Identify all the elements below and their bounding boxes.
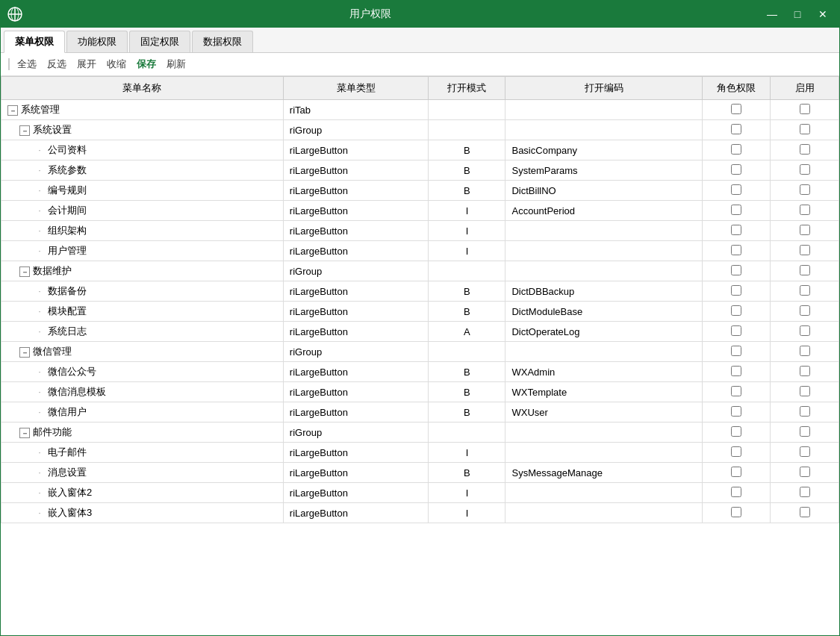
role-checkbox-3[interactable] (731, 164, 741, 175)
cell-role-6[interactable] (702, 221, 771, 241)
refresh-button[interactable]: 刷新 (162, 56, 190, 72)
cell-role-13[interactable] (702, 362, 771, 382)
role-checkbox-13[interactable] (731, 366, 741, 376)
role-checkbox-15[interactable] (731, 406, 741, 417)
enable-checkbox-19[interactable] (800, 487, 810, 497)
cell-enable-20[interactable] (771, 503, 839, 523)
cell-role-20[interactable] (702, 503, 771, 523)
role-checkbox-1[interactable] (731, 124, 741, 134)
cell-role-12[interactable] (702, 342, 771, 362)
role-checkbox-12[interactable] (731, 346, 741, 356)
enable-checkbox-14[interactable] (800, 386, 810, 396)
enable-checkbox-6[interactable] (800, 225, 810, 235)
cell-enable-13[interactable] (771, 362, 839, 382)
cell-enable-5[interactable] (771, 201, 839, 221)
cell-role-17[interactable] (702, 443, 771, 463)
cell-enable-3[interactable] (771, 160, 839, 181)
cell-enable-2[interactable] (771, 140, 839, 160)
role-checkbox-16[interactable] (731, 426, 741, 437)
cell-enable-10[interactable] (771, 302, 839, 322)
role-checkbox-17[interactable] (731, 446, 741, 457)
cell-role-19[interactable] (702, 483, 771, 503)
tree-toggle[interactable]: － (19, 125, 30, 136)
tree-toggle[interactable]: － (19, 266, 30, 277)
cell-enable-14[interactable] (771, 382, 839, 402)
enable-checkbox-15[interactable] (800, 406, 810, 417)
cell-enable-1[interactable] (771, 120, 839, 140)
save-button[interactable]: 保存 (132, 56, 161, 72)
role-checkbox-0[interactable] (731, 104, 741, 114)
cell-enable-17[interactable] (771, 443, 839, 463)
enable-checkbox-0[interactable] (800, 104, 810, 114)
cell-role-5[interactable] (702, 201, 771, 221)
expand-button[interactable]: 展开 (72, 56, 101, 72)
role-checkbox-2[interactable] (731, 144, 741, 155)
enable-checkbox-16[interactable] (800, 426, 810, 437)
role-checkbox-7[interactable] (731, 245, 741, 255)
role-checkbox-6[interactable] (731, 225, 741, 235)
role-checkbox-10[interactable] (731, 305, 741, 316)
tree-toggle[interactable]: － (19, 428, 30, 438)
maximize-button[interactable]: □ (787, 6, 808, 22)
cell-role-18[interactable] (702, 463, 771, 483)
role-checkbox-9[interactable] (731, 285, 741, 296)
cell-role-10[interactable] (702, 302, 771, 322)
role-checkbox-14[interactable] (731, 386, 741, 396)
enable-checkbox-9[interactable] (800, 285, 810, 296)
enable-checkbox-8[interactable] (800, 265, 810, 275)
collapse-button[interactable]: 收缩 (102, 56, 131, 72)
enable-checkbox-10[interactable] (800, 305, 810, 316)
enable-checkbox-7[interactable] (800, 245, 810, 255)
cell-role-1[interactable] (702, 120, 771, 140)
cell-enable-15[interactable] (771, 402, 839, 423)
tab-fixed[interactable]: 固定权限 (129, 31, 190, 52)
cell-enable-6[interactable] (771, 221, 839, 241)
enable-checkbox-17[interactable] (800, 446, 810, 457)
role-checkbox-20[interactable] (731, 507, 741, 517)
cell-role-11[interactable] (702, 322, 771, 342)
cell-role-2[interactable] (702, 140, 771, 160)
cell-role-8[interactable] (702, 261, 771, 281)
role-checkbox-11[interactable] (731, 325, 741, 336)
minimize-button[interactable]: — (762, 6, 783, 22)
cell-role-4[interactable] (702, 181, 771, 201)
select-all-button[interactable]: 全选 (13, 56, 41, 72)
cell-enable-19[interactable] (771, 483, 839, 503)
cell-role-0[interactable] (702, 100, 771, 120)
deselect-button[interactable]: 反选 (43, 56, 71, 72)
enable-checkbox-3[interactable] (800, 164, 810, 175)
role-checkbox-19[interactable] (731, 487, 741, 497)
enable-checkbox-20[interactable] (800, 507, 810, 517)
cell-enable-12[interactable] (771, 342, 839, 362)
cell-role-7[interactable] (702, 241, 771, 261)
tab-menu[interactable]: 菜单权限 (4, 31, 65, 53)
enable-checkbox-4[interactable] (800, 184, 810, 195)
cell-enable-18[interactable] (771, 463, 839, 483)
tab-data[interactable]: 数据权限 (192, 31, 253, 52)
role-checkbox-8[interactable] (731, 265, 741, 275)
enable-checkbox-12[interactable] (800, 346, 810, 356)
cell-role-9[interactable] (702, 281, 771, 302)
enable-checkbox-11[interactable] (800, 325, 810, 336)
cell-enable-7[interactable] (771, 241, 839, 261)
role-checkbox-4[interactable] (731, 184, 741, 195)
enable-checkbox-1[interactable] (800, 124, 810, 134)
cell-enable-4[interactable] (771, 181, 839, 201)
enable-checkbox-2[interactable] (800, 144, 810, 155)
tree-toggle[interactable]: － (7, 105, 18, 116)
role-checkbox-18[interactable] (731, 467, 741, 477)
cell-enable-11[interactable] (771, 322, 839, 342)
cell-enable-8[interactable] (771, 261, 839, 281)
table-container[interactable]: 菜单名称 菜单类型 打开模式 打开编码 角色权限 启用 －系统管理riTab－系… (1, 76, 839, 635)
cell-enable-16[interactable] (771, 423, 839, 443)
cell-role-3[interactable] (702, 160, 771, 181)
tree-toggle[interactable]: － (19, 347, 30, 358)
role-checkbox-5[interactable] (731, 205, 741, 215)
cell-role-14[interactable] (702, 382, 771, 402)
enable-checkbox-5[interactable] (800, 205, 810, 215)
cell-role-16[interactable] (702, 423, 771, 443)
enable-checkbox-18[interactable] (800, 467, 810, 477)
tab-func[interactable]: 功能权限 (66, 31, 128, 52)
close-button[interactable]: ✕ (812, 6, 833, 22)
cell-enable-9[interactable] (771, 281, 839, 302)
